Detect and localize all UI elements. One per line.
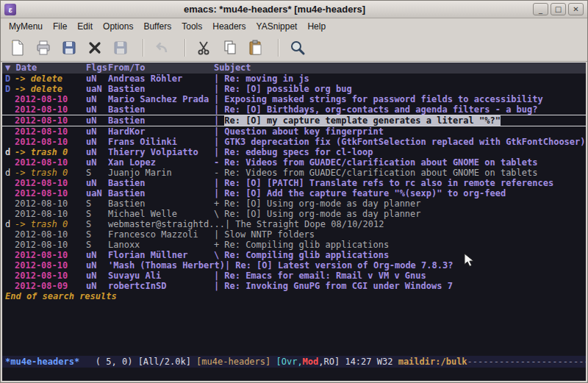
subject-field: Re: [O] my capture template generates a … <box>224 115 501 126</box>
toolbar-separator <box>143 39 144 57</box>
flags-field: uN <box>86 178 108 188</box>
from-field: Florian Müllner <box>108 250 214 260</box>
thread-separator: - <box>214 157 219 168</box>
subject-field: Re: Compiling glib applications <box>224 250 389 260</box>
thread-separator: | <box>214 115 219 126</box>
thread-separator: | <box>225 219 230 229</box>
mark-char <box>5 157 15 168</box>
titlebar[interactable]: ε emacs: *mu4e-headers* [mu4e-headers] _… <box>1 1 587 18</box>
subject-field: Re: [O] Using org-mode as day planner <box>224 209 420 219</box>
flags-field: uN <box>86 157 108 168</box>
date-field: 2012-08-10 <box>15 157 86 168</box>
close-button[interactable]: ✕ <box>568 3 584 15</box>
flags-field: S <box>86 229 108 240</box>
menu-item-tools[interactable]: Tools <box>176 19 207 34</box>
subject-field: Re: [O] Birthdays, org-contacts and agen… <box>224 104 537 115</box>
headers-buffer[interactable]: ▼ Date Flgs From/To Subject D-> deleteuN… <box>2 62 586 356</box>
subject-field: Re: Videos from GUADEC/clarification abo… <box>224 157 537 168</box>
major-mode: [mu4e-headers] <box>196 357 276 367</box>
message-row[interactable]: 2012-08-10uNMario Sanchez Prada|Exposing… <box>2 94 586 104</box>
message-row[interactable]: D-> deleteuaNBastien|Re: [O] possible or… <box>2 84 586 94</box>
mark-char <box>5 240 15 250</box>
menu-item-yasnippet[interactable]: YASnippet <box>251 19 303 34</box>
save-icon[interactable] <box>58 37 80 59</box>
message-row[interactable]: 2012-08-10SLanoxx+Re: Compiling glib app… <box>2 240 586 250</box>
message-row[interactable]: 2012-08-10uNBastien|Re: [O] my capture t… <box>2 115 586 126</box>
date-field: -> trash 0 <box>15 219 86 229</box>
menu-item-buffers[interactable]: Buffers <box>138 19 176 34</box>
mark-char: d <box>5 219 15 229</box>
message-row[interactable]: 2012-08-10uN'Mash (Thomas Herbert)|Re: [… <box>2 260 586 271</box>
copy-icon[interactable] <box>219 37 241 59</box>
mark-char <box>5 209 15 219</box>
search-icon[interactable] <box>287 37 309 59</box>
message-row[interactable]: 2012-08-10uaNBastien|Re: [O] Add the cap… <box>2 188 586 198</box>
flags-field: uN <box>86 147 108 157</box>
toolbar <box>1 35 587 62</box>
subject-field: Re: [O] Using org-mode as day planner <box>224 198 420 209</box>
flags-field: uN <box>86 260 108 271</box>
end-of-search-results: End of search results <box>2 291 586 301</box>
column-header-subject[interactable]: Subject <box>214 62 251 74</box>
flags-field: uN <box>86 281 108 291</box>
column-header-flags[interactable]: Flgs <box>86 62 108 74</box>
message-row[interactable]: 2012-08-10uNHardKor|Question about key f… <box>2 126 586 137</box>
modeline[interactable]: *mu4e-headers* ( 5, 0) [All/2.0k] [mu4e-… <box>2 356 586 368</box>
mark-char <box>5 198 15 209</box>
message-row[interactable]: d-> trash 0SJuanjo Marin-Re: Videos from… <box>2 168 586 178</box>
minimize-button[interactable]: _ <box>533 3 548 15</box>
mark-char <box>5 178 15 188</box>
message-row[interactable]: 2012-08-10uNSuvayu Ali|Re: Emacs for ema… <box>2 271 586 281</box>
column-header-date[interactable]: ▼ Date <box>5 62 86 74</box>
menu-item-mymenu[interactable]: MyMenu <box>4 19 48 34</box>
message-row[interactable]: 2012-08-10SFrancesco Mazzoli|Slow NNTP f… <box>2 229 586 240</box>
mark-char <box>5 104 15 115</box>
menu-item-help[interactable]: Help <box>302 19 331 34</box>
flags-field: uN <box>86 271 108 281</box>
menu-item-headers[interactable]: Headers <box>207 19 251 34</box>
from-field: Thierry Volpiatto <box>108 147 214 157</box>
menu-item-edit[interactable]: Edit <box>72 19 98 34</box>
modeline-dashes: -------------------------------------- <box>467 357 586 367</box>
menu-item-file[interactable]: File <box>48 19 72 34</box>
date-field: -> trash 0 <box>15 147 86 157</box>
message-row[interactable]: 2012-08-10SMichael Welle\Re: [O] Using o… <box>2 209 586 219</box>
readonly-indicator: ,RO] <box>318 357 345 367</box>
emacs-window: ε emacs: *mu4e-headers* [mu4e-headers] _… <box>0 0 588 383</box>
thread-separator: \ <box>214 209 219 219</box>
from-field: Michael Welle <box>108 209 214 219</box>
maildir: maildir:/bulk <box>398 357 467 367</box>
message-row[interactable]: 2012-08-10uNBastien|Re: [O] Birthdays, o… <box>2 104 586 115</box>
subject-field: GTK3 deprecation fix (GtkFontSelection r… <box>224 137 585 147</box>
new-file-icon[interactable] <box>7 37 29 59</box>
thread-separator: | <box>214 74 219 84</box>
message-row[interactable]: D-> deleteuNAndreas Röhler|Re: moving in… <box>2 74 586 84</box>
thread-separator: | <box>225 260 230 271</box>
paste-icon[interactable] <box>245 37 267 59</box>
minibuffer[interactable] <box>2 368 586 381</box>
from-field: Mario Sanchez Prada <box>108 94 214 104</box>
message-row[interactable]: 2012-08-10uNBastien|Re: [O] [PATCH] Tran… <box>2 178 586 188</box>
undo-icon <box>151 37 173 59</box>
modified-indicator: Mod <box>303 357 319 367</box>
column-header-from[interactable]: From/To <box>108 62 214 74</box>
close-buffer-icon[interactable] <box>84 37 106 59</box>
message-row[interactable]: d-> trash 0uNThierry Volpiatto|Re: edebu… <box>2 147 586 157</box>
date-field: 2012-08-10 <box>15 198 86 209</box>
maximize-button[interactable]: □ <box>551 3 566 15</box>
print-icon[interactable] <box>32 37 54 59</box>
message-row[interactable]: 2012-08-10uNFrans Oilinki|GTK3 deprecati… <box>2 137 586 147</box>
menu-item-options[interactable]: Options <box>98 19 138 34</box>
from-field: Bastien <box>108 198 214 209</box>
mark-char <box>5 271 15 281</box>
message-list: D-> deleteuNAndreas Röhler|Re: moving in… <box>2 74 586 291</box>
message-row[interactable]: 2012-08-10uNFlorian Müllner\Re: Compilin… <box>2 250 586 260</box>
message-row[interactable]: 2012-08-09uNrobertcInSD|Re: Invoking Gnu… <box>2 281 586 291</box>
subject-field: Re: Videos from GUADEC/clarification abo… <box>224 168 537 178</box>
message-row[interactable]: d-> trash 0Swebmaster@straightd...|The S… <box>2 219 586 229</box>
message-row[interactable]: 2012-08-10SBastien+Re: [O] Using org-mod… <box>2 198 586 209</box>
message-row[interactable]: 2012-08-10uNXan Lopez-Re: Videos from GU… <box>2 157 586 168</box>
subject-field: Re: Compiling glib applications <box>224 240 389 250</box>
subject-field: Question about key fingerprint <box>224 126 384 137</box>
cut-icon[interactable] <box>193 37 215 59</box>
